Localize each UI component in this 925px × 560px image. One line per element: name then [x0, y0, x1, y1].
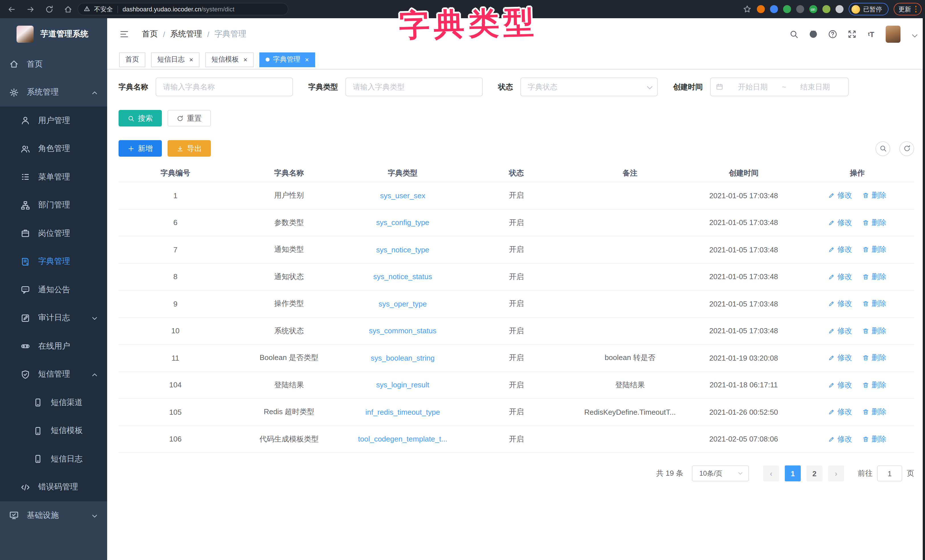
sidebar-item-10[interactable]: 在线用户: [0, 332, 107, 360]
dict-type-link[interactable]: sys_user_sex: [346, 191, 459, 200]
sidebar-item-6[interactable]: 岗位管理: [0, 219, 107, 247]
edit-link[interactable]: 修改: [828, 434, 852, 444]
paused-extension-pill[interactable]: 已暂停: [848, 3, 888, 15]
close-icon[interactable]: ×: [243, 56, 247, 63]
goto-page-input[interactable]: [877, 465, 902, 482]
window-scrollbar[interactable]: [923, 18, 925, 560]
edit-link[interactable]: 修改: [828, 245, 852, 255]
ext-green-bot-icon[interactable]: [822, 5, 830, 13]
status-select[interactable]: [520, 77, 658, 96]
dict-type-link[interactable]: sys_notice_status: [346, 272, 459, 281]
browser-home-icon[interactable]: [63, 4, 73, 14]
user-avatar[interactable]: [886, 26, 901, 43]
dict-type-input[interactable]: [345, 77, 483, 96]
sidebar-item-8[interactable]: 通知公告: [0, 276, 107, 304]
delete-link[interactable]: 删除: [862, 191, 886, 201]
sidebar-item-11[interactable]: 短信管理: [0, 360, 107, 388]
dict-type-link[interactable]: sys_boolean_string: [346, 354, 459, 362]
sidebar-item-9[interactable]: 审计日志: [0, 304, 107, 332]
sidebar-item-2[interactable]: 用户管理: [0, 107, 107, 135]
page-button-2[interactable]: 2: [806, 465, 823, 482]
toggle-search-button[interactable]: [875, 141, 890, 156]
dict-type-link[interactable]: sys_login_result: [346, 381, 459, 389]
browser-update-button[interactable]: 更新: [893, 3, 922, 15]
dict-type-link[interactable]: sys_oper_type: [346, 300, 459, 308]
github-icon[interactable]: [808, 29, 818, 39]
delete-link[interactable]: 删除: [862, 326, 886, 336]
page-size-select[interactable]: 10条/页: [692, 465, 749, 482]
edit-link[interactable]: 修改: [828, 218, 852, 228]
sidebar-item-4[interactable]: 菜单管理: [0, 163, 107, 191]
tab-1[interactable]: 短信日志×: [151, 52, 199, 67]
create-button[interactable]: 新增: [119, 140, 162, 157]
close-icon[interactable]: ×: [305, 56, 309, 63]
page-button-1[interactable]: 1: [785, 465, 801, 482]
sidebar-item-16[interactable]: 基础设施: [0, 501, 107, 530]
dict-type-link[interactable]: sys_config_type: [346, 218, 459, 227]
edit-link[interactable]: 修改: [828, 353, 852, 363]
edit-link[interactable]: 修改: [828, 326, 852, 336]
help-icon[interactable]: [827, 29, 837, 39]
sidebar-item-7[interactable]: 字典管理: [0, 247, 107, 276]
delete-link[interactable]: 删除: [862, 245, 886, 255]
edit-link[interactable]: 修改: [828, 299, 852, 309]
date-range-picker[interactable]: 开始日期 ~ 结束日期: [710, 77, 849, 96]
status-select-input[interactable]: [520, 77, 658, 96]
hamburger-icon[interactable]: [120, 30, 130, 39]
breadcrumb-home[interactable]: 首页: [142, 29, 158, 39]
security-label[interactable]: 不安全: [94, 5, 113, 14]
ext-puzzle-icon[interactable]: [835, 5, 843, 13]
start-date-placeholder[interactable]: 开始日期: [725, 82, 780, 92]
delete-link[interactable]: 删除: [862, 218, 886, 228]
delete-link[interactable]: 删除: [862, 272, 886, 282]
close-icon[interactable]: ×: [189, 56, 193, 63]
ext-green-check-icon[interactable]: [783, 5, 791, 13]
export-button[interactable]: 导出: [167, 140, 211, 157]
delete-link[interactable]: 删除: [862, 380, 886, 390]
prev-page-button[interactable]: ‹: [763, 465, 779, 482]
sidebar-item-5[interactable]: 部门管理: [0, 191, 107, 219]
chevron-down-icon[interactable]: [910, 31, 916, 37]
tab-0[interactable]: 首页: [119, 52, 145, 67]
delete-link[interactable]: 删除: [862, 353, 886, 363]
ext-blue-diamond-icon[interactable]: [796, 5, 804, 13]
delete-link[interactable]: 删除: [862, 299, 886, 309]
search-icon[interactable]: [789, 29, 798, 39]
delete-link[interactable]: 删除: [862, 407, 886, 417]
end-date-placeholder[interactable]: 结束日期: [787, 82, 843, 92]
ext-blue-drop-icon[interactable]: [770, 5, 778, 13]
dict-name-input[interactable]: [155, 77, 293, 96]
font-size-icon[interactable]: tT: [866, 29, 876, 39]
tab-3[interactable]: 字典管理×: [259, 52, 315, 67]
reset-button[interactable]: 重置: [167, 110, 211, 126]
sidebar-item-0[interactable]: 首页: [0, 50, 107, 78]
edit-link[interactable]: 修改: [828, 272, 852, 282]
tab-2[interactable]: 短信模板×: [205, 52, 254, 67]
bookmark-star-icon[interactable]: [742, 5, 752, 14]
ext-orange-ring-icon[interactable]: [756, 5, 765, 13]
sidebar-item-14[interactable]: 短信日志: [0, 445, 107, 473]
sidebar-item-12[interactable]: 短信渠道: [0, 388, 107, 417]
sidebar-item-15[interactable]: 错误码管理: [0, 473, 107, 501]
next-page-button[interactable]: ›: [828, 465, 844, 482]
app-logo[interactable]: 芋道管理系统: [0, 18, 107, 50]
dict-type-link[interactable]: inf_redis_timeout_type: [346, 408, 459, 417]
edit-link[interactable]: 修改: [828, 380, 852, 390]
ext-on-badge-icon[interactable]: on: [809, 5, 817, 13]
dict-type-link[interactable]: sys_notice_type: [346, 245, 459, 254]
sidebar-item-3[interactable]: 角色管理: [0, 135, 107, 163]
sidebar-item-1[interactable]: 系统管理: [0, 78, 107, 107]
search-button[interactable]: 搜索: [119, 110, 162, 126]
browser-forward-icon[interactable]: [26, 4, 35, 14]
breadcrumb-system[interactable]: 系统管理: [170, 29, 202, 39]
sidebar-item-13[interactable]: 短信模板: [0, 417, 107, 445]
dict-type-link[interactable]: sys_common_status: [346, 327, 459, 335]
browser-reload-icon[interactable]: [44, 4, 54, 14]
browser-menu-icon[interactable]: [915, 5, 916, 13]
fullscreen-icon[interactable]: [847, 29, 857, 39]
edit-link[interactable]: 修改: [828, 191, 852, 201]
refresh-table-button[interactable]: [899, 141, 914, 156]
delete-link[interactable]: 删除: [862, 434, 886, 444]
address-bar[interactable]: 不安全 dashboard.yudao.iocoder.cn/system/di…: [77, 3, 288, 15]
browser-back-icon[interactable]: [7, 4, 17, 14]
